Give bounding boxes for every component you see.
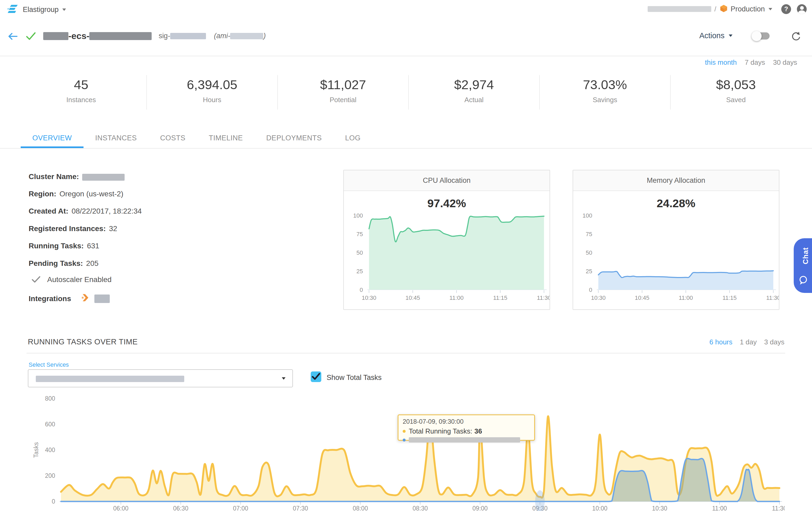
breadcrumb-divider: / xyxy=(715,5,716,13)
running-tasks-section-title: RUNNING TASKS OVER TIME xyxy=(28,338,138,346)
cpu-allocation-value: 97.42% xyxy=(344,197,550,210)
tabs-divider xyxy=(0,148,812,149)
group-name-visible: -ecs- xyxy=(68,31,89,41)
period-30-days[interactable]: 30 days xyxy=(773,58,797,66)
group-state-toggle[interactable] xyxy=(753,32,770,39)
tooltip-service-row xyxy=(403,437,534,442)
yellow-series-dot xyxy=(403,430,406,433)
back-arrow-icon[interactable] xyxy=(7,32,19,42)
tab-deployments[interactable]: DEPLOYMENTS xyxy=(255,128,334,148)
services-dropdown[interactable] xyxy=(28,369,293,387)
actions-label: Actions xyxy=(699,31,725,40)
integrations-row: Integrations xyxy=(29,293,110,304)
group-title: -ecs- sig- (ami-) xyxy=(43,31,266,41)
range-6-hours[interactable]: 6 hours xyxy=(709,338,732,346)
product-name: Elastigroup xyxy=(23,6,59,14)
check-icon xyxy=(31,276,41,284)
stat-hours: 6,394.05Hours xyxy=(146,75,277,110)
svg-text:25: 25 xyxy=(586,268,592,275)
tab-instances[interactable]: INSTANCES xyxy=(84,128,148,148)
svg-text:07:30: 07:30 xyxy=(293,505,308,511)
memory-panel-title: Memory Allocation xyxy=(573,170,779,191)
chevron-down-icon xyxy=(729,34,732,37)
detail-running-tasks: Running Tasks:631 xyxy=(29,242,99,250)
show-total-tasks-checkbox[interactable] xyxy=(311,372,321,382)
svg-text:10:45: 10:45 xyxy=(635,295,649,301)
chart-tooltip: 2018-07-09, 09:30:00 Total Running Tasks… xyxy=(398,414,535,441)
cluster-name-redacted xyxy=(82,174,124,181)
tab-costs[interactable]: COSTS xyxy=(148,128,197,148)
aws-cube-icon xyxy=(720,4,728,14)
stats-period-selector: this month 7 days 30 days xyxy=(705,58,797,66)
svg-text:10:00: 10:00 xyxy=(592,505,608,511)
svg-text:Tasks: Tasks xyxy=(33,442,39,458)
top-navigation-bar: Elastigroup / Production ? xyxy=(0,0,812,19)
svg-text:11:30: 11:30 xyxy=(766,295,779,301)
chat-button[interactable]: Chat xyxy=(794,238,812,293)
memory-allocation-panel: Memory Allocation 24.28% 025507510010:30… xyxy=(573,170,779,310)
period-this-month[interactable]: this month xyxy=(705,58,737,66)
svg-text:0: 0 xyxy=(589,287,592,293)
user-avatar[interactable] xyxy=(797,4,807,14)
tab-log[interactable]: LOG xyxy=(334,128,373,148)
cpu-allocation-panel: CPU Allocation 97.42% 025507510010:3010:… xyxy=(343,170,550,310)
svg-text:09:00: 09:00 xyxy=(472,505,488,511)
svg-text:100: 100 xyxy=(353,212,363,219)
sig-prefix: sig- xyxy=(158,32,170,40)
svg-text:50: 50 xyxy=(356,249,363,256)
svg-text:11:00: 11:00 xyxy=(712,505,727,511)
main-tabs: OVERVIEW INSTANCES COSTS TIMELINE DEPLOY… xyxy=(21,128,372,148)
select-services-label: Select Services xyxy=(29,361,69,368)
detail-cluster-name: Cluster Name: xyxy=(29,172,124,181)
svg-text:0: 0 xyxy=(360,287,363,293)
svg-text:11:30: 11:30 xyxy=(537,295,550,301)
svg-text:08:00: 08:00 xyxy=(353,505,368,511)
tab-overview[interactable]: OVERVIEW xyxy=(21,128,84,148)
ami-prefix: (ami- xyxy=(214,32,230,40)
elastigroup-dashboard: Elastigroup / Production ? xyxy=(0,0,812,511)
product-switcher[interactable]: Elastigroup xyxy=(7,3,66,16)
svg-text:11:00: 11:00 xyxy=(679,295,693,301)
chevron-down-icon[interactable] xyxy=(768,8,772,10)
memory-allocation-chart: 025507510010:3010:4511:0011:1511:30 xyxy=(573,212,779,310)
integration-icon-redacted xyxy=(94,295,110,303)
range-3-days[interactable]: 3 days xyxy=(764,338,784,346)
svg-text:800: 800 xyxy=(45,395,55,402)
help-icon[interactable]: ? xyxy=(781,4,791,14)
summary-stats-row: 45Instances 6,394.05Hours $11,027Potenti… xyxy=(16,75,801,110)
environment-name: Production xyxy=(731,5,765,13)
detail-created-at: Created At:08/22/2017, 18:22:34 xyxy=(29,207,142,215)
tooltip-service-redacted xyxy=(409,437,520,442)
memory-allocation-value: 24.28% xyxy=(573,197,779,210)
svg-text:11:00: 11:00 xyxy=(450,295,463,301)
svg-text:50: 50 xyxy=(586,249,592,256)
svg-text:10:45: 10:45 xyxy=(405,295,420,301)
tooltip-timestamp: 2018-07-09, 09:30:00 xyxy=(403,418,534,425)
avatar-head xyxy=(800,6,804,10)
svg-text:10:30: 10:30 xyxy=(591,295,606,301)
range-1-day[interactable]: 1 day xyxy=(740,338,757,346)
stat-savings: 73.03%Savings xyxy=(539,75,670,110)
actions-menu-button[interactable]: Actions xyxy=(699,31,732,40)
svg-text:600: 600 xyxy=(45,421,55,428)
svg-text:11:30: 11:30 xyxy=(772,505,785,511)
show-total-tasks-label: Show Total Tasks xyxy=(327,374,382,382)
stat-potential: $11,027Potential xyxy=(277,75,408,110)
detail-region: Region:Oregon (us-west-2) xyxy=(29,190,123,198)
cpu-panel-title: CPU Allocation xyxy=(344,170,550,191)
avatar-body xyxy=(798,10,805,14)
ami-suffix: ) xyxy=(263,32,266,40)
group-header-bar: -ecs- sig- (ami-) Actions xyxy=(0,18,812,56)
detail-registered-instances: Registered Instances:32 xyxy=(29,224,117,233)
tab-timeline[interactable]: TIMELINE xyxy=(197,128,255,148)
group-name-redacted xyxy=(89,32,152,40)
section-divider xyxy=(27,353,785,353)
blue-series-dot xyxy=(403,438,406,441)
refresh-icon[interactable] xyxy=(791,31,802,43)
stat-saved: $8,053Saved xyxy=(670,75,801,110)
selected-service-redacted xyxy=(36,376,184,382)
sig-redacted xyxy=(170,33,206,39)
period-7-days[interactable]: 7 days xyxy=(745,58,765,66)
svg-text:75: 75 xyxy=(586,231,592,238)
healthy-check-icon xyxy=(25,32,36,42)
